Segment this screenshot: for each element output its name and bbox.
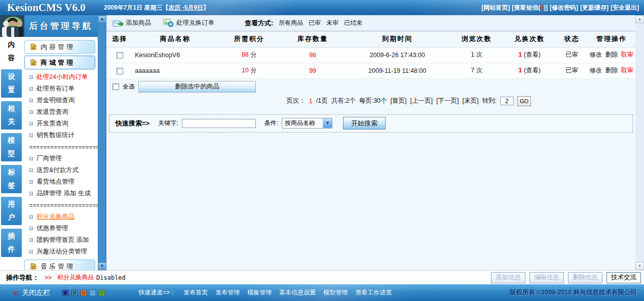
quick-channel-link[interactable]: 模板管理 bbox=[247, 288, 272, 297]
sidebar-menu-link[interactable]: 销售数据统计 bbox=[36, 131, 74, 140]
theme-color-swatch[interactable] bbox=[62, 290, 68, 296]
col-product-name: 商品名称 bbox=[133, 31, 217, 47]
goto-page-input[interactable] bbox=[500, 97, 514, 105]
view-mode-option[interactable]: 已审 bbox=[309, 19, 321, 27]
view-messages-link[interactable]: [查看短信(0)] bbox=[512, 4, 548, 12]
points-value: 10 bbox=[242, 67, 249, 74]
content-scrollbar-track[interactable] bbox=[635, 23, 644, 262]
modify-link[interactable]: 修改 bbox=[589, 67, 602, 74]
row-checkbox[interactable] bbox=[117, 52, 123, 59]
last-page-link[interactable]: [末页] bbox=[462, 97, 478, 105]
sidebar-menu-link[interactable]: 发退货查询 bbox=[36, 108, 68, 116]
content-scrollbar: ▲ ▼ bbox=[635, 15, 644, 270]
chevron-down-icon[interactable]: ▼ bbox=[323, 118, 332, 128]
first-page-link[interactable]: [首页] bbox=[391, 97, 407, 105]
view-exchanges-link[interactable]: (查看) bbox=[524, 67, 541, 74]
theme-color-swatch[interactable] bbox=[90, 290, 96, 296]
modify-link[interactable]: 修改 bbox=[589, 51, 602, 58]
prev-page-link[interactable]: [上一页] bbox=[410, 97, 433, 105]
operation-button[interactable]: 技术交流 bbox=[607, 272, 641, 283]
view-mode-option[interactable]: 所有商品 bbox=[279, 19, 303, 27]
operation-button[interactable]: 删除信息 bbox=[568, 272, 602, 283]
site-home-link[interactable]: [网站首页] bbox=[481, 4, 510, 12]
view-mode-option[interactable]: 未审 bbox=[326, 19, 338, 27]
per-page-count: 每页:30个 bbox=[359, 97, 387, 105]
start-search-button[interactable]: 开始搜索 bbox=[343, 117, 386, 130]
footer-bar: × 关闭左栏 快速通道=>： 发布首页 发布管理 模板管理 基本信息设置 模型管… bbox=[0, 284, 644, 301]
add-product-button[interactable]: 添加商品 bbox=[112, 19, 151, 27]
edit-icon bbox=[29, 263, 37, 270]
sidebar-menu-link[interactable]: 处理所有订单 bbox=[36, 84, 74, 93]
sidebar-menu-link[interactable]: ==================== bbox=[29, 144, 98, 150]
operation-button[interactable]: 添加信息 bbox=[491, 272, 525, 283]
view-exchanges-link[interactable]: (查看) bbox=[524, 51, 541, 58]
change-password-link[interactable]: [修改密码] bbox=[550, 4, 578, 12]
scroll-down-icon[interactable]: ▼ bbox=[98, 262, 106, 270]
sidebar-menu-link[interactable]: 优惠券管理 bbox=[36, 224, 68, 233]
quick-channel-link[interactable]: 发布首页 bbox=[183, 288, 208, 297]
process-orders-button[interactable]: 处理兑换订单 bbox=[163, 19, 214, 27]
product-name: KesionEshopV6 bbox=[133, 47, 217, 63]
sidebar-menu-link[interactable]: 送货&付款方式 bbox=[36, 166, 79, 175]
sidebar-menu-link[interactable]: 处理24小时内订单 bbox=[36, 73, 88, 81]
sidebar-menu-link[interactable]: ==================== bbox=[29, 202, 98, 208]
operation-nav-path: 积分兑换商品 bbox=[57, 273, 94, 282]
quick-channel-link[interactable]: 查看工作进度 bbox=[355, 288, 392, 297]
sidebar-tab[interactable]: 标签 bbox=[1, 165, 22, 193]
theme-color-swatch[interactable] bbox=[81, 290, 87, 296]
next-page-link[interactable]: [下一页] bbox=[436, 97, 459, 105]
sidebar-scrollbar-thumb[interactable] bbox=[98, 23, 106, 262]
scroll-up-icon[interactable]: ▲ bbox=[98, 15, 106, 23]
unapprove-link[interactable]: 取审 bbox=[621, 67, 633, 74]
sidebar-menu-link[interactable]: 开发票查询 bbox=[36, 119, 68, 128]
unapprove-link[interactable]: 取审 bbox=[621, 51, 633, 58]
bullet-icon bbox=[29, 157, 33, 160]
sidebar-tab[interactable]: 内容 bbox=[1, 37, 22, 66]
sidebar-menu-link[interactable]: 看货地点管理 bbox=[36, 178, 74, 186]
view-mode-option[interactable]: 已结束 bbox=[344, 19, 362, 27]
lunar-date-link[interactable]: 农历 -5月9日 bbox=[168, 4, 203, 11]
sidebar-menu-link[interactable]: 厂商管理 bbox=[36, 154, 62, 163]
theme-color-swatch[interactable] bbox=[71, 290, 78, 296]
theme-color-swatch[interactable] bbox=[99, 290, 105, 296]
sidebar-tab[interactable]: 模型 bbox=[1, 133, 22, 161]
sidebar-menu-item: 发退货查询 bbox=[29, 106, 98, 118]
sidebar-tab[interactable]: 设置 bbox=[1, 69, 22, 98]
expire-time: 2009-11-19 11:48:00 bbox=[345, 63, 450, 78]
delete-link[interactable]: 删除 bbox=[605, 51, 618, 58]
col-views: 浏览次数 bbox=[450, 31, 503, 47]
bullet-icon bbox=[29, 168, 33, 172]
quick-channel-link[interactable]: 模型管理 bbox=[323, 288, 348, 297]
col-select: 选择 bbox=[106, 31, 133, 47]
menu-group-button[interactable]: 内容管理 bbox=[24, 40, 95, 54]
operation-button[interactable]: 编辑信息 bbox=[529, 272, 564, 283]
sidebar-menu-link[interactable]: 兴趣活动分类管理 bbox=[36, 247, 87, 256]
quick-channel-link[interactable]: 基本信息设置 bbox=[279, 288, 316, 297]
refresh-cache-link[interactable]: [更新缓存] bbox=[580, 4, 609, 12]
quick-channel-link[interactable]: 发布管理 bbox=[215, 288, 240, 297]
close-sidebar-button[interactable]: × 关闭左栏 bbox=[0, 288, 50, 297]
sidebar-tab[interactable]: 用户 bbox=[1, 197, 22, 225]
sidebar-menu-link[interactable]: 资金明细查询 bbox=[36, 96, 74, 105]
sidebar-menu-item: 团购管理首页 添加 bbox=[29, 234, 98, 246]
bullet-icon bbox=[29, 87, 33, 91]
menu-group-button[interactable]: 商城管理 bbox=[24, 56, 95, 69]
scroll-up-icon[interactable]: ▲ bbox=[635, 15, 644, 23]
total-pages: /1页 bbox=[316, 97, 328, 105]
sidebar-menu-item: 开发票查询 bbox=[29, 118, 98, 130]
sidebar-menu-link[interactable]: 积分兑换商品 bbox=[36, 212, 74, 221]
sidebar-menu-link[interactable]: 团购管理首页 添加 bbox=[36, 236, 89, 244]
row-checkbox[interactable] bbox=[117, 68, 123, 74]
menu-group-button[interactable]: 音乐管理 bbox=[24, 260, 95, 270]
delete-link[interactable]: 删除 bbox=[605, 67, 618, 74]
logout-link[interactable]: [安全退出] bbox=[611, 4, 639, 12]
delete-selected-button[interactable]: 删除选中的商品 bbox=[138, 81, 256, 93]
condition-select[interactable]: 按商品名称 ▼ bbox=[282, 118, 332, 128]
scroll-down-icon[interactable]: ▼ bbox=[635, 262, 644, 270]
keyword-input[interactable] bbox=[182, 119, 256, 128]
sidebar-menu-link[interactable]: 品牌管理 添加 生成 bbox=[36, 189, 91, 198]
select-all-checkbox[interactable] bbox=[112, 83, 119, 90]
go-button[interactable]: GO bbox=[517, 96, 531, 106]
sidebar-tab[interactable]: 插件 bbox=[1, 229, 22, 257]
sidebar-tab[interactable]: 相关 bbox=[1, 101, 22, 130]
